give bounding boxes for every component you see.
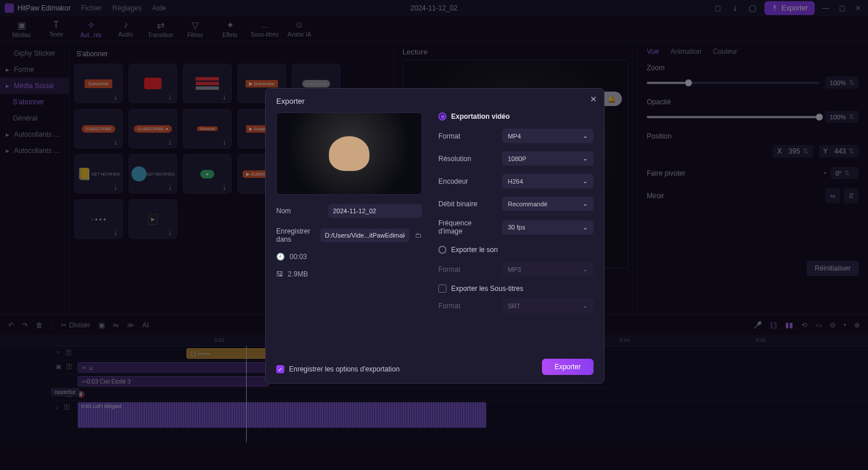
export-confirm-button[interactable]: Exporter	[542, 359, 594, 375]
fps-select[interactable]: 30 fps⌄	[502, 220, 594, 235]
save-label: Enregistrer dans	[276, 227, 314, 243]
sub-format-select: SRT⌄	[502, 298, 594, 313]
chevron-down-icon: ⌄	[583, 177, 588, 185]
encoder-select[interactable]: H264⌄	[502, 174, 594, 188]
size-value: 2.9MB	[288, 270, 308, 278]
name-label: Nom	[276, 207, 323, 215]
checkbox-subtitle-export[interactable]: Exporter les Sous-titres	[438, 285, 594, 293]
format-select[interactable]: MP4⌄	[502, 129, 594, 143]
modal-title: Exporter	[276, 97, 594, 105]
duration-value: 00:03	[290, 253, 307, 261]
disk-icon: 🖫	[276, 270, 283, 278]
cat-preview-icon	[329, 136, 369, 171]
clock-icon: 🕘	[276, 253, 285, 261]
folder-icon[interactable]: 🗀	[415, 231, 422, 239]
modal-close-button[interactable]: ✕	[590, 94, 597, 104]
audio-format-label: Format	[438, 265, 496, 274]
chevron-down-icon: ⌄	[583, 155, 588, 162]
fps-label: Fréquence d'image	[438, 219, 496, 235]
export-preview-thumb	[276, 112, 422, 195]
chevron-down-icon: ⌄	[583, 132, 588, 140]
chevron-down-icon: ⌄	[583, 224, 588, 231]
bitrate-select[interactable]: Recommandé⌄	[502, 196, 594, 211]
resolution-select[interactable]: 1080P⌄	[502, 151, 594, 166]
chevron-down-icon: ⌄	[583, 302, 588, 309]
chevron-down-icon: ⌄	[583, 265, 588, 273]
name-input[interactable]	[328, 204, 422, 218]
checkbox-save-options[interactable]: ✓ Enregistrer les options d'exportation	[276, 365, 400, 373]
chevron-down-icon: ⌄	[583, 200, 588, 207]
checkbox-checked-icon: ✓	[276, 365, 284, 373]
radio-video-export[interactable]: Exportation vidéo	[438, 112, 594, 121]
format-label: Format	[438, 132, 496, 140]
sub-format-label: Format	[438, 302, 496, 310]
radio-checked-icon	[438, 112, 446, 121]
export-modal: Exporter ✕ Nom Enregistrer dans 🗀 🕘00:03…	[265, 88, 605, 384]
encoder-label: Encodeur	[438, 177, 496, 185]
save-path-input[interactable]	[320, 228, 409, 242]
radio-unchecked-icon	[438, 246, 446, 254]
bitrate-label: Débit binaire	[438, 200, 496, 208]
radio-audio-export[interactable]: Exporter le son	[438, 246, 594, 254]
checkbox-unchecked-icon	[438, 285, 446, 293]
resolution-label: Résolution	[438, 155, 496, 163]
audio-format-select: MP3⌄	[502, 262, 594, 276]
